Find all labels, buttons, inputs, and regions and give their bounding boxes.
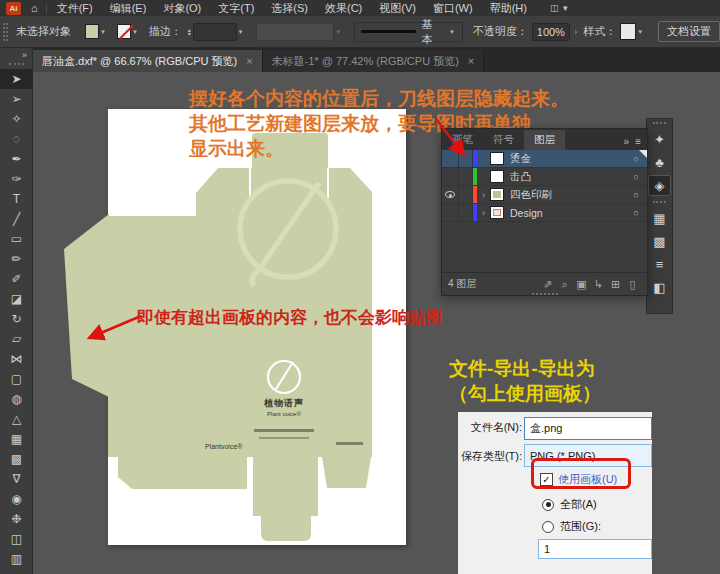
graph-tool[interactable]: ▥ [0, 549, 33, 569]
layer-name[interactable]: 击凸 [510, 170, 625, 184]
layer-row-cmyk-print[interactable]: › 四色印刷 ○ [442, 186, 647, 204]
home-icon[interactable]: ⌂ [31, 2, 38, 14]
fill-color-swatch[interactable] [85, 24, 99, 39]
type-tool[interactable]: T [0, 189, 33, 209]
document-setup-button[interactable]: 文档设置 [658, 21, 720, 42]
tab-brushes[interactable]: 画笔 [442, 130, 483, 150]
new-sublayer-button[interactable]: ↳ [590, 278, 607, 291]
layer-row-hot-stamping[interactable]: › 烫金 ○ [442, 150, 647, 168]
mesh-tool[interactable]: ▦ [0, 429, 33, 449]
lock-toggle[interactable] [459, 186, 473, 203]
lock-toggle[interactable] [459, 150, 473, 167]
gradient-tool[interactable]: ▩ [0, 449, 33, 469]
new-layer-button[interactable]: ⊞ [607, 278, 624, 291]
tab-symbols[interactable]: 符号 [483, 130, 524, 150]
stroke-weight-field[interactable] [193, 23, 237, 41]
clipping-mask-button[interactable]: ▣ [573, 278, 590, 291]
target-circle[interactable]: ○ [625, 190, 647, 200]
expand-icon[interactable]: › [477, 190, 490, 200]
free-transform-tool[interactable]: ▢ [0, 369, 33, 389]
visibility-toggle[interactable] [442, 186, 459, 203]
document-tab[interactable]: 未标题-1* @ 77.42% (RGB/CPU 预览)× [263, 50, 485, 72]
close-icon[interactable]: × [246, 55, 252, 67]
menu-select[interactable]: 选择(S) [271, 1, 308, 16]
shaper-tool[interactable]: ✐ [0, 269, 33, 289]
target-circle[interactable]: ○ [625, 172, 647, 182]
layer-name[interactable]: 烫金 [510, 152, 625, 166]
gradient-panel-icon[interactable]: ▩ [648, 231, 671, 252]
collapse-panel-icon[interactable]: » [0, 48, 32, 60]
delete-layer-button[interactable]: ▯ [624, 278, 641, 291]
chevron-down-icon[interactable]: ▾ [638, 28, 642, 36]
stroke-color-swatch[interactable] [117, 24, 131, 39]
visibility-toggle[interactable] [442, 150, 459, 167]
width-tool[interactable]: ⋈ [0, 349, 33, 369]
symbols-panel-icon[interactable]: ♣ [648, 152, 671, 173]
panel-grip-icon[interactable] [9, 63, 24, 65]
artboard-tool[interactable]: ◫ [0, 529, 33, 549]
opacity-field[interactable]: 100% [532, 23, 570, 41]
menu-view[interactable]: 视图(V) [379, 1, 416, 16]
layers-panel-icon[interactable]: ◈ [648, 175, 671, 196]
panel-grip-icon[interactable] [3, 23, 8, 41]
document-tab-active[interactable]: 唇油盒.dxf* @ 66.67% (RGB/CPU 预览)× [33, 50, 263, 72]
artboards-panel-icon[interactable]: ▦ [648, 208, 671, 229]
visibility-toggle[interactable] [442, 168, 459, 185]
brushes-panel-icon[interactable]: ✦ [648, 129, 671, 150]
menu-object[interactable]: 对象(O) [163, 1, 201, 16]
curvature-tool[interactable]: ✑ [0, 169, 33, 189]
layer-name[interactable]: Design [510, 207, 625, 219]
menu-file[interactable]: 文件(F) [57, 1, 93, 16]
collect-for-export-button[interactable]: ⇗ [539, 278, 556, 291]
target-circle[interactable]: ○ [625, 208, 647, 218]
brush-definition-dropdown[interactable] [256, 23, 334, 41]
blend-tool[interactable]: ◉ [0, 489, 33, 509]
selection-tool[interactable]: ➤ [0, 69, 33, 89]
panel-grip-icon[interactable] [653, 122, 666, 124]
range-input[interactable]: 1 [538, 539, 652, 559]
symbol-sprayer-tool[interactable]: ❉ [0, 509, 33, 529]
chevron-down-icon[interactable]: ▾ [101, 28, 105, 36]
style-swatch[interactable] [620, 23, 636, 40]
panel-resize-grip[interactable] [532, 293, 558, 295]
expand-icon[interactable]: › [477, 208, 490, 218]
chevron-down-icon[interactable]: ▾ [133, 28, 137, 36]
shape-builder-tool[interactable]: ◍ [0, 389, 33, 409]
panel-menu-icon[interactable]: ≡ [635, 136, 641, 147]
paintbrush-tool[interactable]: ✏ [0, 249, 33, 269]
lock-toggle[interactable] [459, 204, 473, 221]
chevron-down-icon[interactable]: ▾ [239, 28, 243, 36]
scale-tool[interactable]: ▱ [0, 329, 33, 349]
all-label[interactable]: 全部(A) [560, 497, 597, 512]
eraser-tool[interactable]: ◪ [0, 289, 33, 309]
rectangle-tool[interactable]: ▭ [0, 229, 33, 249]
menu-help[interactable]: 帮助(H) [490, 1, 527, 16]
visibility-toggle[interactable] [442, 204, 459, 221]
chevron-right-icon[interactable]: › [574, 27, 577, 37]
line-segment-tool[interactable]: ╱ [0, 209, 33, 229]
menu-type[interactable]: 文字(T) [218, 1, 254, 16]
menu-effect[interactable]: 效果(C) [325, 1, 362, 16]
rotate-tool[interactable]: ↻ [0, 309, 33, 329]
close-icon[interactable]: × [468, 55, 474, 67]
range-label[interactable]: 范围(G): [560, 519, 601, 534]
layer-row-emboss[interactable]: › 击凸 ○ [442, 168, 647, 186]
eyedropper-tool[interactable]: ∇ [0, 469, 33, 489]
pen-tool[interactable]: ✒ [0, 149, 33, 169]
locate-object-button[interactable]: ⌕ [556, 278, 573, 291]
collapse-panel-icon[interactable]: » [624, 136, 630, 147]
filename-input[interactable]: 盒.png [524, 417, 652, 440]
lasso-tool[interactable]: ◌ [0, 129, 33, 149]
stroke-style-dropdown[interactable]: 基本▾ [354, 22, 463, 42]
perspective-grid-tool[interactable]: △ [0, 409, 33, 429]
direct-selection-tool[interactable]: ➢ [0, 89, 33, 109]
lock-toggle[interactable] [459, 168, 473, 185]
magic-wand-tool[interactable]: ✧ [0, 109, 33, 129]
tab-layers[interactable]: 图层 [524, 130, 565, 150]
align-panel-icon[interactable]: ≡ [648, 254, 671, 275]
pathfinder-panel-icon[interactable]: ◧ [648, 277, 671, 298]
workspace-switcher-icon[interactable]: ◫ ▾ [550, 3, 569, 13]
menu-window[interactable]: 窗口(W) [433, 1, 473, 16]
all-radio[interactable] [542, 499, 554, 511]
app-logo[interactable]: Ai [6, 2, 21, 15]
